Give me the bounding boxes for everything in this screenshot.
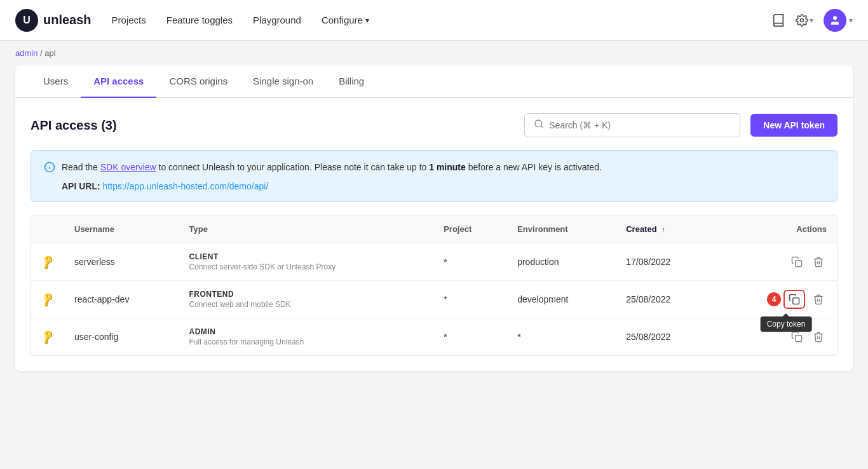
copy-icon	[789, 294, 800, 305]
row-project: *	[433, 281, 507, 318]
row-project: *	[433, 243, 507, 281]
sdk-overview-link[interactable]: SDK overview	[100, 162, 156, 172]
tab-cors-origins[interactable]: CORS origins	[156, 65, 240, 98]
nav-playground[interactable]: Playground	[253, 15, 301, 25]
svg-point-0	[801, 18, 804, 22]
page-title: API access (3)	[31, 118, 524, 133]
book-icon	[771, 13, 785, 27]
tabs: Users API access CORS origins Single sig…	[15, 65, 853, 98]
action-buttons: 4 Copy token	[725, 290, 827, 309]
gear-icon	[796, 14, 808, 27]
docs-button[interactable]	[771, 13, 785, 27]
new-api-token-button[interactable]: New API token	[750, 114, 837, 137]
row-actions	[715, 318, 837, 356]
delete-token-button-0[interactable]	[810, 254, 827, 270]
th-project: Project	[433, 215, 507, 243]
action-buttons	[725, 329, 827, 345]
th-environment: Environment	[507, 215, 616, 243]
th-created[interactable]: Created ↑	[616, 215, 715, 243]
row-created: 17/08/2022	[616, 243, 715, 281]
api-tokens-table: Username Type Project Environment Create…	[31, 215, 837, 356]
row-username: user-config	[64, 318, 179, 356]
nav-links: Projects Feature toggles Playground Conf…	[112, 15, 771, 25]
info-icon	[44, 161, 55, 176]
breadcrumb-current: api	[44, 48, 55, 58]
row-project: *	[433, 318, 507, 356]
th-actions: Actions	[715, 215, 837, 243]
copy-token-container: 4 Copy token	[767, 290, 805, 309]
search-icon	[534, 119, 544, 132]
row-actions	[715, 243, 837, 281]
info-text: Read the SDK overview to connect Unleash…	[62, 161, 602, 174]
copy-token-button-1[interactable]	[783, 290, 805, 309]
th-type: Type	[179, 215, 434, 243]
nav-feature-toggles[interactable]: Feature toggles	[166, 15, 233, 25]
row-created: 25/08/2022	[616, 281, 715, 318]
topnav: U unleash Projects Feature toggles Playg…	[0, 0, 868, 41]
nav-right: ▾ ▾	[771, 9, 853, 32]
search-input[interactable]	[549, 120, 731, 130]
tab-billing[interactable]: Billing	[326, 65, 377, 98]
row-key-icon: 🔑	[31, 318, 64, 356]
table-row: 🔑 user-config ADMIN Full access for mana…	[31, 318, 837, 356]
content-area: API access (3) New API token Read the SD…	[15, 98, 853, 371]
row-type: FRONTEND Connect web and mobile SDK	[179, 281, 434, 318]
trash-icon	[813, 294, 824, 305]
chevron-down-icon: ▾	[810, 16, 813, 25]
trash-icon	[813, 331, 824, 343]
table-row: 🔑 serverless CLIENT Connect server-side …	[31, 243, 837, 281]
tab-users[interactable]: Users	[31, 65, 81, 98]
copy-token-button-2[interactable]	[789, 329, 805, 345]
row-created: 25/08/2022	[616, 318, 715, 356]
info-url: API URL: https://app.unleash-hosted.com/…	[44, 181, 824, 191]
row-actions: 4 Copy token	[715, 281, 837, 318]
svg-point-1	[833, 16, 837, 20]
delete-token-button-1[interactable]	[810, 291, 827, 308]
search-box[interactable]	[524, 113, 740, 137]
api-url-link[interactable]: https://app.unleash-hosted.com/demo/api/	[103, 181, 269, 191]
svg-rect-5	[793, 298, 799, 304]
main-card: Users API access CORS origins Single sig…	[15, 65, 853, 371]
table-row: 🔑 react-app-dev FRONTEND Connect web and…	[31, 281, 837, 318]
row-key-icon: 🔑	[31, 243, 64, 281]
trash-icon	[813, 256, 824, 268]
logo-icon: U	[15, 9, 38, 32]
avatar	[824, 9, 846, 32]
user-icon	[829, 15, 841, 26]
table-header-row: Username Type Project Environment Create…	[31, 215, 837, 243]
tab-single-sign-on[interactable]: Single sign-on	[240, 65, 326, 98]
svg-rect-4	[796, 261, 802, 267]
content-header: API access (3) New API token	[31, 113, 837, 137]
action-buttons	[725, 254, 827, 270]
breadcrumb-parent[interactable]: admin	[15, 48, 37, 58]
sort-arrow-icon: ↑	[661, 226, 665, 233]
th-username: Username	[64, 215, 179, 243]
delete-token-button-2[interactable]	[810, 329, 827, 345]
nav-configure[interactable]: Configure ▾	[322, 15, 369, 25]
copy-token-button-0[interactable]	[789, 254, 805, 270]
logo-text: unleash	[43, 13, 92, 27]
row-environment: production	[507, 243, 616, 281]
logo-area: U unleash	[15, 9, 92, 32]
svg-point-2	[535, 120, 542, 127]
row-type: CLIENT Connect server-side SDK or Unleas…	[179, 243, 434, 281]
tab-api-access[interactable]: API access	[81, 65, 156, 98]
th-icon	[31, 215, 64, 243]
row-type: ADMIN Full access for managing Unleash	[179, 318, 434, 356]
copy-icon	[791, 256, 803, 268]
row-environment: development	[507, 281, 616, 318]
avatar-area[interactable]: ▾	[824, 9, 853, 32]
svg-rect-6	[796, 336, 802, 342]
chevron-down-icon: ▾	[849, 16, 853, 25]
nav-projects[interactable]: Projects	[112, 15, 146, 25]
copy-icon	[791, 331, 803, 343]
row-username: react-app-dev	[64, 281, 179, 318]
row-environment: *	[507, 318, 616, 356]
info-box: Read the SDK overview to connect Unleash…	[31, 150, 837, 202]
row-username: serverless	[64, 243, 179, 281]
chevron-down-icon: ▾	[365, 16, 369, 25]
breadcrumb: admin / api	[0, 41, 868, 65]
row-key-icon: 🔑	[31, 281, 64, 318]
copy-badge: 4	[767, 292, 781, 306]
settings-button[interactable]: ▾	[796, 14, 813, 27]
